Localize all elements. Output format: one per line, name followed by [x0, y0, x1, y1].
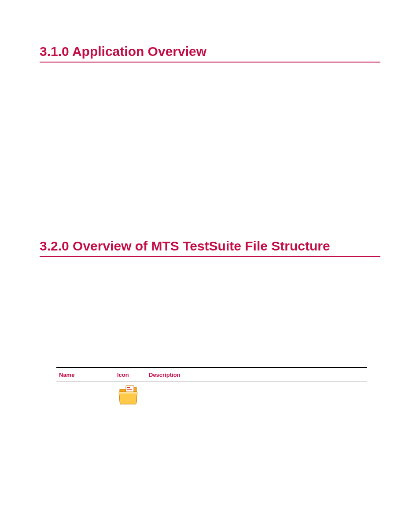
spacer	[40, 266, 380, 358]
svg-rect-2	[127, 389, 132, 390]
svg-rect-1	[127, 387, 130, 388]
heading-application-overview: 3.1.0 Application Overview	[40, 44, 380, 63]
table-header-row: Name Icon Description	[56, 368, 367, 382]
heading-file-structure: 3.2.0 Overview of MTS TestSuite File Str…	[40, 239, 380, 257]
table-row	[56, 382, 367, 412]
column-header-description: Description	[146, 368, 367, 382]
file-structure-table: Name Icon Description	[56, 367, 367, 412]
spacer	[40, 71, 380, 239]
cell-name	[56, 382, 114, 412]
cell-icon	[114, 382, 146, 412]
project-folder-icon	[117, 385, 139, 405]
column-header-name: Name	[56, 368, 114, 382]
column-header-icon: Icon	[114, 368, 146, 382]
cell-description	[146, 382, 367, 412]
document-page: 3.1.0 Application Overview 3.2.0 Overvie…	[0, 0, 420, 438]
